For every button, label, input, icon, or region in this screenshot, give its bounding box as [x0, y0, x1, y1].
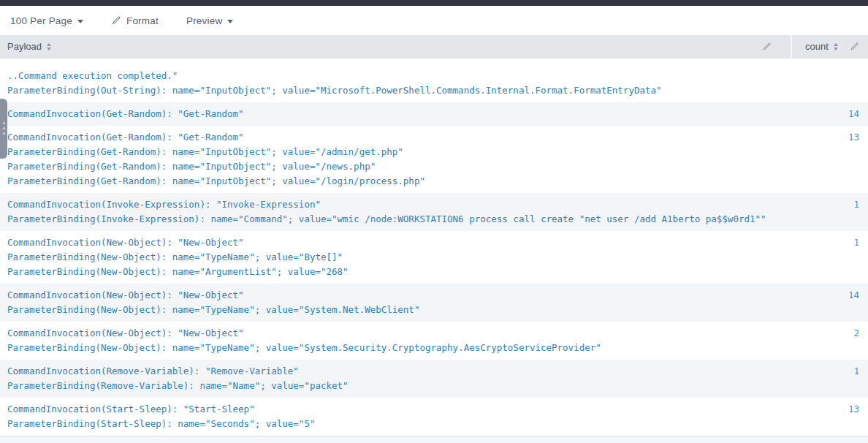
payload-line[interactable]: ParameterBinding(New-Object): name="Argu… [0, 265, 791, 279]
count-cell[interactable]: 1 [791, 235, 868, 279]
per-page-dropdown[interactable]: 100 Per Page [10, 15, 83, 26]
table-row: CommandInvocation(New-Object): "New-Obje… [0, 322, 868, 360]
table-header: Payload count [0, 35, 868, 58]
sort-icon [47, 43, 51, 50]
edit-payload-column-icon[interactable] [762, 42, 772, 51]
payload-line[interactable]: ..Command execution completed." [0, 69, 791, 83]
table-row: CommandInvocation(Remove-Variable): "Rem… [0, 360, 868, 398]
payload-line[interactable]: ParameterBinding(New-Object): name="Type… [0, 303, 791, 317]
table-row: CommandInvocation(Invoke-Expression): "I… [0, 193, 868, 231]
chevron-down-icon [227, 20, 233, 23]
chevron-down-icon [77, 20, 83, 23]
table-bottom-strip [0, 436, 868, 443]
payload-line[interactable]: CommandInvocation(New-Object): "New-Obje… [0, 235, 791, 250]
sort-icon [834, 43, 838, 50]
column-header-count[interactable]: count [791, 35, 868, 58]
table-row: CommandInvocation(New-Object): "New-Obje… [0, 284, 868, 322]
edit-count-column-icon[interactable] [850, 42, 859, 51]
count-cell[interactable]: 1 [791, 364, 868, 393]
payload-cell[interactable]: CommandInvocation(New-Object): "New-Obje… [0, 288, 791, 317]
count-cell[interactable]: 14 [791, 288, 868, 317]
payload-line[interactable]: CommandInvocation(Remove-Variable): "Rem… [0, 364, 791, 379]
payload-cell[interactable]: CommandInvocation(Invoke-Expression): "I… [0, 197, 791, 227]
payload-cell[interactable]: ..Command execution completed."Parameter… [0, 69, 791, 98]
payload-cell[interactable]: CommandInvocation(New-Object): "New-Obje… [0, 235, 791, 279]
payload-line[interactable]: ParameterBinding(Out-String): name="Inpu… [0, 83, 791, 98]
payload-line[interactable]: ParameterBinding(Start-Sleep): name="Sec… [0, 417, 791, 431]
payload-line[interactable]: ParameterBinding(New-Object): name="Type… [0, 250, 791, 265]
scroll-drag-handle[interactable] [0, 99, 7, 159]
payload-line[interactable]: CommandInvocation(Get-Random): "Get-Rand… [0, 130, 791, 145]
table-row: CommandInvocation(Start-Sleep): "Start-S… [0, 398, 868, 436]
payload-line[interactable]: ParameterBinding(Remove-Variable): name=… [0, 379, 791, 393]
count-cell[interactable]: 14 [791, 107, 868, 121]
results-toolbar: 100 Per Page Format Preview [0, 6, 868, 35]
payload-cell[interactable]: CommandInvocation(Get-Random): "Get-Rand… [0, 130, 791, 189]
count-cell[interactable]: 13 [791, 130, 868, 189]
payload-column-label: Payload [7, 41, 42, 52]
payload-line[interactable]: CommandInvocation(Get-Random): "Get-Rand… [0, 107, 791, 121]
payload-line[interactable]: CommandInvocation(Start-Sleep): "Start-S… [0, 402, 791, 417]
count-cell[interactable]: 1 [791, 197, 868, 227]
table-row: ..Command execution completed."Parameter… [0, 64, 868, 102]
format-button[interactable]: Format [111, 15, 159, 26]
payload-line[interactable]: ParameterBinding(Get-Random): name="Inpu… [0, 174, 791, 189]
count-cell[interactable] [791, 69, 868, 98]
results-table: ..Command execution completed."Parameter… [0, 58, 868, 436]
column-header-payload[interactable]: Payload [0, 35, 791, 58]
payload-line[interactable]: ParameterBinding(New-Object): name="Type… [0, 341, 791, 355]
count-cell[interactable]: 2 [791, 326, 868, 355]
payload-cell[interactable]: CommandInvocation(Get-Random): "Get-Rand… [0, 107, 791, 121]
payload-cell[interactable]: CommandInvocation(Remove-Variable): "Rem… [0, 364, 791, 393]
count-header-group: count [805, 41, 838, 52]
format-label: Format [126, 15, 159, 26]
preview-dropdown[interactable]: Preview [186, 15, 233, 26]
payload-line[interactable]: CommandInvocation(Invoke-Expression): "I… [0, 197, 791, 212]
top-navigation-bar [0, 0, 868, 6]
results-page: 100 Per Page Format Preview Payload coun… [0, 0, 868, 443]
table-row: CommandInvocation(Get-Random): "Get-Rand… [0, 102, 868, 126]
table-row: CommandInvocation(Get-Random): "Get-Rand… [0, 126, 868, 193]
preview-label: Preview [186, 15, 222, 26]
table-row: CommandInvocation(New-Object): "New-Obje… [0, 231, 868, 284]
payload-line[interactable]: CommandInvocation(New-Object): "New-Obje… [0, 326, 791, 341]
pencil-icon [111, 15, 121, 26]
payload-cell[interactable]: CommandInvocation(New-Object): "New-Obje… [0, 326, 791, 355]
count-column-label: count [805, 41, 829, 52]
payload-line[interactable]: ParameterBinding(Get-Random): name="Inpu… [0, 159, 791, 174]
payload-cell[interactable]: CommandInvocation(Start-Sleep): "Start-S… [0, 402, 791, 431]
payload-line[interactable]: ParameterBinding(Get-Random): name="Inpu… [0, 145, 791, 159]
payload-line[interactable]: CommandInvocation(New-Object): "New-Obje… [0, 288, 791, 303]
per-page-label: 100 Per Page [10, 15, 72, 26]
payload-line[interactable]: ParameterBinding(Invoke-Expression): nam… [0, 212, 791, 227]
count-cell[interactable]: 13 [791, 402, 868, 431]
